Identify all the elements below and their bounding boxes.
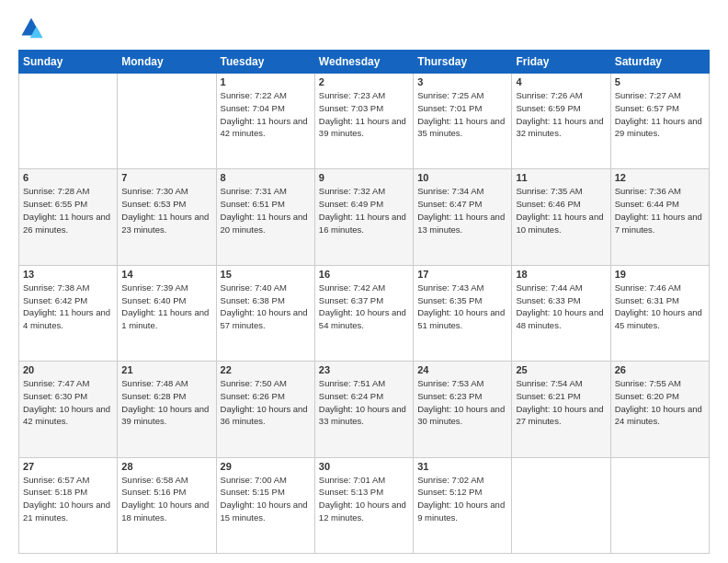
day-info: Sunrise: 7:26 AM Sunset: 6:59 PM Dayligh…	[516, 89, 606, 140]
day-number: 8	[221, 172, 311, 183]
calendar-cell: 29Sunrise: 7:00 AM Sunset: 5:15 PM Dayli…	[216, 457, 314, 553]
calendar-cell: 15Sunrise: 7:40 AM Sunset: 6:38 PM Dayli…	[216, 265, 314, 361]
calendar-cell: 23Sunrise: 7:51 AM Sunset: 6:24 PM Dayli…	[314, 362, 413, 457]
day-number: 30	[319, 461, 409, 472]
day-number: 9	[319, 172, 409, 183]
day-number: 25	[516, 364, 606, 375]
calendar-cell: 18Sunrise: 7:44 AM Sunset: 6:33 PM Dayli…	[512, 265, 610, 361]
day-info: Sunrise: 7:46 AM Sunset: 6:31 PM Dayligh…	[615, 282, 705, 332]
day-number: 1	[221, 76, 311, 87]
weekday-header-row: SundayMondayTuesdayWednesdayThursdayFrid…	[19, 51, 710, 74]
day-info: Sunrise: 7:39 AM Sunset: 6:40 PM Dayligh…	[121, 282, 211, 332]
weekday-header: Saturday	[610, 51, 709, 74]
logo	[18, 15, 48, 40]
weekday-header: Thursday	[414, 51, 512, 74]
calendar-cell: 9Sunrise: 7:32 AM Sunset: 6:49 PM Daylig…	[314, 169, 413, 265]
calendar-week-row: 6Sunrise: 7:28 AM Sunset: 6:55 PM Daylig…	[19, 169, 710, 265]
day-info: Sunrise: 7:34 AM Sunset: 6:47 PM Dayligh…	[417, 185, 507, 236]
calendar-week-row: 1Sunrise: 7:22 AM Sunset: 7:04 PM Daylig…	[19, 74, 710, 169]
calendar-cell	[19, 74, 118, 169]
day-number: 7	[121, 172, 211, 183]
header	[18, 15, 710, 40]
day-info: Sunrise: 7:48 AM Sunset: 6:28 PM Dayligh…	[121, 377, 211, 428]
day-info: Sunrise: 7:28 AM Sunset: 6:55 PM Dayligh…	[23, 185, 113, 236]
day-info: Sunrise: 7:53 AM Sunset: 6:23 PM Dayligh…	[417, 377, 507, 428]
day-number: 22	[221, 364, 311, 375]
calendar-cell: 14Sunrise: 7:39 AM Sunset: 6:40 PM Dayli…	[118, 265, 216, 361]
day-info: Sunrise: 7:40 AM Sunset: 6:38 PM Dayligh…	[221, 282, 311, 332]
calendar-cell	[512, 457, 610, 553]
day-number: 3	[417, 76, 507, 87]
day-info: Sunrise: 6:57 AM Sunset: 5:18 PM Dayligh…	[23, 474, 113, 524]
day-info: Sunrise: 7:02 AM Sunset: 5:12 PM Dayligh…	[417, 474, 507, 524]
day-info: Sunrise: 7:47 AM Sunset: 6:30 PM Dayligh…	[23, 377, 113, 428]
day-info: Sunrise: 7:36 AM Sunset: 6:44 PM Dayligh…	[615, 185, 705, 236]
calendar-cell: 19Sunrise: 7:46 AM Sunset: 6:31 PM Dayli…	[610, 265, 709, 361]
weekday-header: Friday	[512, 51, 610, 74]
day-info: Sunrise: 7:00 AM Sunset: 5:15 PM Dayligh…	[221, 474, 311, 524]
calendar-cell: 1Sunrise: 7:22 AM Sunset: 7:04 PM Daylig…	[216, 74, 314, 169]
day-number: 5	[615, 76, 705, 87]
day-number: 27	[23, 461, 113, 472]
day-info: Sunrise: 7:43 AM Sunset: 6:35 PM Dayligh…	[417, 282, 507, 332]
calendar-cell: 13Sunrise: 7:38 AM Sunset: 6:42 PM Dayli…	[19, 265, 118, 361]
weekday-header: Wednesday	[314, 51, 413, 74]
calendar-cell: 26Sunrise: 7:55 AM Sunset: 6:20 PM Dayli…	[610, 362, 709, 457]
weekday-header: Tuesday	[216, 51, 314, 74]
day-number: 6	[23, 172, 113, 183]
calendar-cell: 12Sunrise: 7:36 AM Sunset: 6:44 PM Dayli…	[610, 169, 709, 265]
day-info: Sunrise: 7:35 AM Sunset: 6:46 PM Dayligh…	[516, 185, 606, 236]
page: SundayMondayTuesdayWednesdayThursdayFrid…	[0, 0, 728, 563]
calendar-cell: 6Sunrise: 7:28 AM Sunset: 6:55 PM Daylig…	[19, 169, 118, 265]
weekday-header: Sunday	[19, 51, 118, 74]
day-number: 18	[516, 269, 606, 280]
day-number: 19	[615, 269, 705, 280]
day-info: Sunrise: 7:32 AM Sunset: 6:49 PM Dayligh…	[319, 185, 409, 236]
calendar-cell: 30Sunrise: 7:01 AM Sunset: 5:13 PM Dayli…	[314, 457, 413, 553]
day-info: Sunrise: 7:51 AM Sunset: 6:24 PM Dayligh…	[319, 377, 409, 428]
day-info: Sunrise: 7:50 AM Sunset: 6:26 PM Dayligh…	[221, 377, 311, 428]
day-number: 12	[615, 172, 705, 183]
day-number: 4	[516, 76, 606, 87]
day-number: 29	[221, 461, 311, 472]
calendar-cell: 27Sunrise: 6:57 AM Sunset: 5:18 PM Dayli…	[19, 457, 118, 553]
calendar-cell: 24Sunrise: 7:53 AM Sunset: 6:23 PM Dayli…	[414, 362, 512, 457]
logo-icon	[18, 15, 44, 40]
calendar-cell: 20Sunrise: 7:47 AM Sunset: 6:30 PM Dayli…	[19, 362, 118, 457]
day-number: 16	[319, 269, 409, 280]
calendar-week-row: 13Sunrise: 7:38 AM Sunset: 6:42 PM Dayli…	[19, 265, 710, 361]
day-info: Sunrise: 7:55 AM Sunset: 6:20 PM Dayligh…	[615, 377, 705, 428]
day-number: 14	[121, 269, 211, 280]
calendar-cell	[610, 457, 709, 553]
day-number: 24	[417, 364, 507, 375]
calendar-cell: 21Sunrise: 7:48 AM Sunset: 6:28 PM Dayli…	[118, 362, 216, 457]
day-number: 10	[417, 172, 507, 183]
day-info: Sunrise: 7:42 AM Sunset: 6:37 PM Dayligh…	[319, 282, 409, 332]
calendar-cell: 5Sunrise: 7:27 AM Sunset: 6:57 PM Daylig…	[610, 74, 709, 169]
day-info: Sunrise: 7:25 AM Sunset: 7:01 PM Dayligh…	[417, 89, 507, 140]
calendar-week-row: 20Sunrise: 7:47 AM Sunset: 6:30 PM Dayli…	[19, 362, 710, 457]
day-number: 13	[23, 269, 113, 280]
calendar-table: SundayMondayTuesdayWednesdayThursdayFrid…	[18, 50, 710, 554]
day-number: 26	[615, 364, 705, 375]
calendar-cell: 16Sunrise: 7:42 AM Sunset: 6:37 PM Dayli…	[314, 265, 413, 361]
calendar-cell: 10Sunrise: 7:34 AM Sunset: 6:47 PM Dayli…	[414, 169, 512, 265]
day-number: 15	[221, 269, 311, 280]
calendar-cell: 2Sunrise: 7:23 AM Sunset: 7:03 PM Daylig…	[314, 74, 413, 169]
day-number: 28	[121, 461, 211, 472]
calendar-cell: 22Sunrise: 7:50 AM Sunset: 6:26 PM Dayli…	[216, 362, 314, 457]
day-info: Sunrise: 7:44 AM Sunset: 6:33 PM Dayligh…	[516, 282, 606, 332]
day-number: 23	[319, 364, 409, 375]
calendar-cell	[118, 74, 216, 169]
day-number: 21	[121, 364, 211, 375]
day-number: 11	[516, 172, 606, 183]
day-number: 31	[417, 461, 507, 472]
day-info: Sunrise: 7:23 AM Sunset: 7:03 PM Dayligh…	[319, 89, 409, 140]
day-info: Sunrise: 7:27 AM Sunset: 6:57 PM Dayligh…	[615, 89, 705, 140]
calendar-cell: 4Sunrise: 7:26 AM Sunset: 6:59 PM Daylig…	[512, 74, 610, 169]
day-number: 2	[319, 76, 409, 87]
day-info: Sunrise: 7:54 AM Sunset: 6:21 PM Dayligh…	[516, 377, 606, 428]
calendar-week-row: 27Sunrise: 6:57 AM Sunset: 5:18 PM Dayli…	[19, 457, 710, 553]
day-info: Sunrise: 7:31 AM Sunset: 6:51 PM Dayligh…	[221, 185, 311, 236]
calendar-cell: 25Sunrise: 7:54 AM Sunset: 6:21 PM Dayli…	[512, 362, 610, 457]
